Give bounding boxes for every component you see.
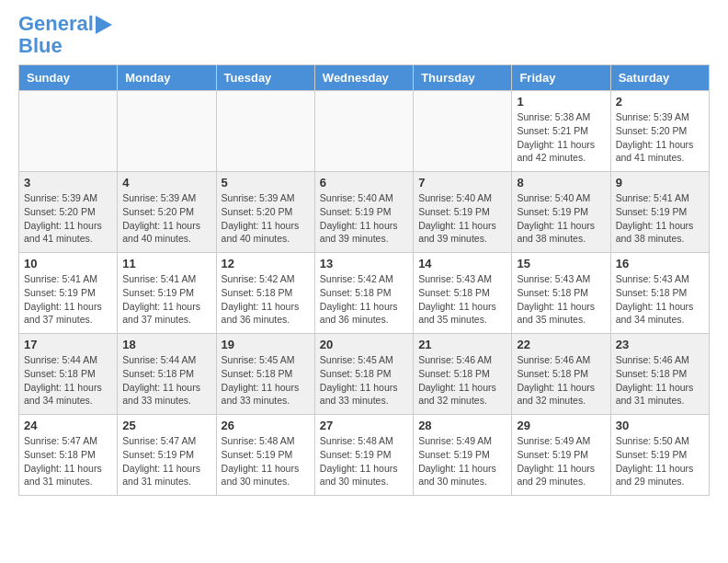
day-number: 12 (222, 257, 310, 270)
calendar-cell: 16Sunrise: 5:43 AM Sunset: 5:18 PM Dayli… (610, 253, 709, 334)
day-number: 27 (320, 419, 408, 432)
day-number: 29 (517, 419, 605, 432)
day-info: Sunrise: 5:39 AM Sunset: 5:20 PM Dayligh… (122, 191, 210, 246)
calendar-cell: 23Sunrise: 5:46 AM Sunset: 5:18 PM Dayli… (610, 334, 709, 415)
day-number: 23 (616, 338, 704, 351)
day-number: 28 (418, 419, 506, 432)
day-info: Sunrise: 5:42 AM Sunset: 5:18 PM Dayligh… (222, 272, 310, 327)
day-number: 16 (616, 257, 704, 270)
day-info: Sunrise: 5:41 AM Sunset: 5:19 PM Dayligh… (616, 191, 704, 246)
day-number: 14 (418, 257, 506, 270)
day-number: 4 (122, 176, 210, 190)
day-number: 8 (517, 176, 605, 190)
day-info: Sunrise: 5:38 AM Sunset: 5:21 PM Dayligh… (517, 110, 605, 165)
day-number: 9 (616, 176, 704, 190)
calendar-cell: 11Sunrise: 5:41 AM Sunset: 5:19 PM Dayli… (118, 253, 216, 334)
day-info: Sunrise: 5:44 AM Sunset: 5:18 PM Dayligh… (122, 353, 210, 408)
day-info: Sunrise: 5:41 AM Sunset: 5:19 PM Dayligh… (122, 272, 210, 327)
day-number: 26 (222, 419, 310, 432)
day-info: Sunrise: 5:39 AM Sunset: 5:20 PM Dayligh… (616, 110, 704, 165)
day-number: 6 (320, 176, 408, 190)
calendar-cell (118, 91, 216, 172)
calendar-cell: 13Sunrise: 5:42 AM Sunset: 5:18 PM Dayli… (314, 253, 413, 334)
day-info: Sunrise: 5:49 AM Sunset: 5:19 PM Dayligh… (418, 434, 506, 488)
day-info: Sunrise: 5:45 AM Sunset: 5:18 PM Dayligh… (320, 353, 408, 408)
weekday-header-sunday: Sunday (19, 65, 118, 91)
day-info: Sunrise: 5:48 AM Sunset: 5:19 PM Dayligh… (320, 434, 408, 488)
calendar-cell: 8Sunrise: 5:40 AM Sunset: 5:19 PM Daylig… (512, 172, 610, 253)
calendar-cell: 1Sunrise: 5:38 AM Sunset: 5:21 PM Daylig… (512, 91, 610, 172)
calendar-wrap: SundayMondayTuesdayWednesdayThursdayFrid… (0, 64, 728, 505)
week-row-2: 3Sunrise: 5:39 AM Sunset: 5:20 PM Daylig… (19, 172, 710, 253)
logo-blue: Blue (18, 35, 63, 57)
day-number: 24 (24, 419, 112, 432)
week-row-4: 17Sunrise: 5:44 AM Sunset: 5:18 PM Dayli… (19, 334, 710, 415)
day-number: 7 (418, 176, 506, 190)
calendar-cell: 2Sunrise: 5:39 AM Sunset: 5:20 PM Daylig… (610, 91, 709, 172)
calendar-cell: 29Sunrise: 5:49 AM Sunset: 5:19 PM Dayli… (512, 415, 610, 496)
calendar-cell: 28Sunrise: 5:49 AM Sunset: 5:19 PM Dayli… (414, 415, 512, 496)
calendar-cell: 15Sunrise: 5:43 AM Sunset: 5:18 PM Dayli… (512, 253, 610, 334)
day-info: Sunrise: 5:49 AM Sunset: 5:19 PM Dayligh… (517, 434, 605, 488)
day-number: 17 (24, 338, 112, 351)
calendar-cell: 21Sunrise: 5:46 AM Sunset: 5:18 PM Dayli… (414, 334, 512, 415)
day-info: Sunrise: 5:43 AM Sunset: 5:18 PM Dayligh… (418, 272, 506, 327)
day-info: Sunrise: 5:46 AM Sunset: 5:18 PM Dayligh… (616, 353, 704, 408)
calendar-cell: 6Sunrise: 5:40 AM Sunset: 5:19 PM Daylig… (314, 172, 413, 253)
day-info: Sunrise: 5:44 AM Sunset: 5:18 PM Dayligh… (24, 353, 112, 408)
day-number: 10 (24, 257, 112, 270)
day-number: 5 (222, 176, 310, 190)
calendar-cell: 25Sunrise: 5:47 AM Sunset: 5:19 PM Dayli… (118, 415, 216, 496)
calendar-cell: 20Sunrise: 5:45 AM Sunset: 5:18 PM Dayli… (314, 334, 413, 415)
weekday-header-friday: Friday (512, 65, 610, 91)
weekday-header-monday: Monday (118, 65, 216, 91)
day-info: Sunrise: 5:40 AM Sunset: 5:19 PM Dayligh… (320, 191, 408, 246)
calendar-cell (414, 91, 512, 172)
day-info: Sunrise: 5:46 AM Sunset: 5:18 PM Dayligh… (418, 353, 506, 408)
calendar-cell: 22Sunrise: 5:46 AM Sunset: 5:18 PM Dayli… (512, 334, 610, 415)
calendar-cell (314, 91, 413, 172)
day-info: Sunrise: 5:39 AM Sunset: 5:20 PM Dayligh… (24, 191, 112, 246)
day-info: Sunrise: 5:48 AM Sunset: 5:19 PM Dayligh… (222, 434, 310, 488)
weekday-header-thursday: Thursday (414, 65, 512, 91)
day-info: Sunrise: 5:47 AM Sunset: 5:18 PM Dayligh… (24, 434, 112, 488)
weekday-header-saturday: Saturday (610, 65, 709, 91)
week-row-5: 24Sunrise: 5:47 AM Sunset: 5:18 PM Dayli… (19, 415, 710, 496)
page-header: General Blue (0, 0, 728, 64)
day-number: 20 (320, 338, 408, 351)
day-number: 30 (616, 419, 704, 432)
calendar-cell: 26Sunrise: 5:48 AM Sunset: 5:19 PM Dayli… (216, 415, 314, 496)
logo-text: General (18, 13, 94, 35)
logo-arrow-icon (96, 16, 112, 34)
day-info: Sunrise: 5:42 AM Sunset: 5:18 PM Dayligh… (320, 272, 408, 327)
day-info: Sunrise: 5:47 AM Sunset: 5:19 PM Dayligh… (122, 434, 210, 488)
calendar-cell: 7Sunrise: 5:40 AM Sunset: 5:19 PM Daylig… (414, 172, 512, 253)
calendar-cell (19, 91, 118, 172)
day-info: Sunrise: 5:39 AM Sunset: 5:20 PM Dayligh… (222, 191, 310, 246)
day-number: 15 (517, 257, 605, 270)
calendar-cell (216, 91, 314, 172)
day-info: Sunrise: 5:43 AM Sunset: 5:18 PM Dayligh… (517, 272, 605, 327)
logo: General Blue (18, 13, 112, 57)
week-row-3: 10Sunrise: 5:41 AM Sunset: 5:19 PM Dayli… (19, 253, 710, 334)
calendar-cell: 24Sunrise: 5:47 AM Sunset: 5:18 PM Dayli… (19, 415, 118, 496)
calendar-cell: 9Sunrise: 5:41 AM Sunset: 5:19 PM Daylig… (610, 172, 709, 253)
day-info: Sunrise: 5:50 AM Sunset: 5:19 PM Dayligh… (616, 434, 704, 488)
day-info: Sunrise: 5:40 AM Sunset: 5:19 PM Dayligh… (418, 191, 506, 246)
weekday-header-wednesday: Wednesday (314, 65, 413, 91)
day-number: 25 (122, 419, 210, 432)
week-row-1: 1Sunrise: 5:38 AM Sunset: 5:21 PM Daylig… (19, 91, 710, 172)
calendar-cell: 3Sunrise: 5:39 AM Sunset: 5:20 PM Daylig… (19, 172, 118, 253)
day-number: 1 (517, 95, 605, 109)
calendar-cell: 10Sunrise: 5:41 AM Sunset: 5:19 PM Dayli… (19, 253, 118, 334)
calendar-cell: 4Sunrise: 5:39 AM Sunset: 5:20 PM Daylig… (118, 172, 216, 253)
day-number: 13 (320, 257, 408, 270)
day-number: 2 (616, 95, 704, 109)
day-number: 19 (222, 338, 310, 351)
day-number: 22 (517, 338, 605, 351)
day-number: 21 (418, 338, 506, 351)
calendar-cell: 19Sunrise: 5:45 AM Sunset: 5:18 PM Dayli… (216, 334, 314, 415)
day-number: 3 (24, 176, 112, 190)
day-info: Sunrise: 5:40 AM Sunset: 5:19 PM Dayligh… (517, 191, 605, 246)
calendar-cell: 14Sunrise: 5:43 AM Sunset: 5:18 PM Dayli… (414, 253, 512, 334)
